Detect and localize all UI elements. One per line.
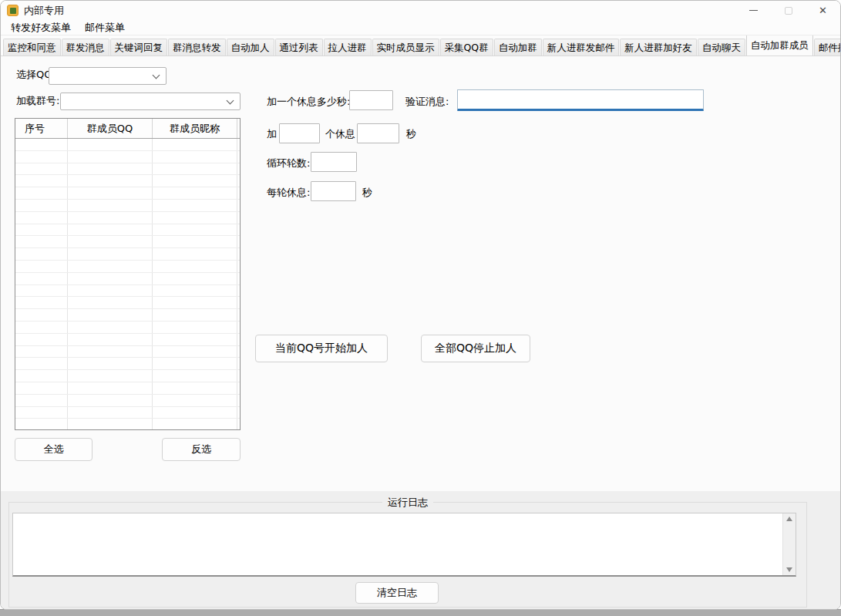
table-cell [68, 285, 153, 297]
column-header-1[interactable]: 群成员QQ [68, 119, 153, 138]
log-scrollbar[interactable] [782, 513, 796, 575]
table-cell-filler [237, 382, 240, 394]
table-row [15, 273, 240, 285]
tab-10[interactable]: 新人进群发邮件 [543, 39, 620, 56]
window-controls: ✕ [736, 1, 840, 20]
table-cell-filler [237, 297, 240, 308]
minimize-button[interactable] [736, 1, 771, 20]
table-cell [153, 273, 237, 284]
table-cell [68, 419, 153, 429]
table-cell [68, 200, 153, 211]
table-row [15, 321, 240, 334]
clear-log-button[interactable]: 清空日志 [355, 582, 439, 604]
invert-selection-button[interactable]: 反选 [162, 438, 241, 461]
table-row [15, 212, 240, 224]
round-rest-label: 每轮休息: [267, 186, 310, 200]
scroll-down-icon[interactable] [786, 567, 792, 572]
table-cell [153, 200, 237, 211]
member-table[interactable]: 序号群成员QQ群成员昵称 [15, 118, 241, 430]
tab-4[interactable]: 自动加人 [227, 39, 274, 56]
add-rest-input[interactable] [357, 123, 399, 143]
tab-7[interactable]: 实时成员显示 [372, 39, 439, 56]
tab-14[interactable]: 邮件批量发送 [814, 39, 840, 56]
table-cell [15, 334, 68, 345]
verify-message-input[interactable] [457, 89, 704, 111]
column-header-2[interactable]: 群成员昵称 [153, 119, 237, 138]
table-cell-filler [237, 419, 240, 429]
table-cell [68, 261, 153, 272]
table-cell-filler [237, 273, 240, 284]
column-header-filler [237, 119, 240, 138]
log-textarea[interactable] [12, 513, 796, 577]
tab-1[interactable]: 群发消息 [62, 39, 109, 56]
table-cell [15, 419, 68, 429]
table-cell [68, 212, 153, 224]
table-cell-filler [237, 224, 240, 236]
table-row [15, 163, 240, 176]
select-qq-combobox[interactable] [49, 67, 167, 85]
table-cell [15, 151, 68, 163]
table-cell [68, 321, 153, 333]
close-button[interactable]: ✕ [806, 1, 840, 20]
column-header-0[interactable]: 序号 [15, 119, 68, 138]
table-cell [68, 309, 153, 321]
menu-item-0[interactable]: 转发好友菜单 [4, 20, 78, 35]
table-cell-filler [237, 395, 240, 406]
table-cell [68, 382, 153, 394]
tab-5[interactable]: 通过列表 [275, 39, 323, 56]
table-cell [15, 248, 68, 260]
tab-2[interactable]: 关键词回复 [110, 39, 168, 56]
add-prefix-label: 加 [267, 127, 277, 141]
rest-per-add-input[interactable] [349, 90, 393, 110]
tab-3[interactable]: 群消息转发 [168, 39, 226, 56]
maximize-button[interactable] [771, 1, 806, 20]
table-row [15, 358, 240, 370]
tab-9[interactable]: 自动加群 [494, 39, 542, 56]
table-cell-filler [237, 309, 240, 321]
round-rest-input[interactable] [311, 181, 356, 201]
table-cell-filler [237, 370, 240, 382]
rest-per-add-label: 加一个休息多少秒: [267, 95, 350, 109]
log-title: 运行日志 [382, 496, 433, 510]
table-cell [153, 407, 237, 419]
tab-13[interactable]: 自动加群成员 [746, 35, 813, 56]
loop-rounds-label: 循环轮数: [267, 157, 310, 170]
table-cell [153, 321, 237, 333]
table-row [15, 346, 240, 358]
table-cell [15, 139, 68, 150]
tab-0[interactable]: 监控和同意 [3, 39, 61, 56]
tab-12[interactable]: 自动聊天 [698, 39, 745, 56]
table-row [15, 175, 240, 187]
tab-11[interactable]: 新人进群加好友 [620, 39, 697, 56]
table-cell [15, 309, 68, 321]
table-cell [15, 382, 68, 394]
log-groupbox: 运行日志 清空日志 [8, 502, 807, 608]
table-cell [68, 297, 153, 308]
tab-8[interactable]: 采集QQ群 [440, 39, 493, 56]
load-group-label: 加载群号: [16, 94, 59, 108]
table-cell [15, 370, 68, 382]
table-cell [15, 346, 68, 358]
table-row [15, 248, 240, 261]
table-cell-filler [237, 236, 240, 247]
table-row [15, 200, 240, 212]
table-cell [68, 187, 153, 199]
start-adding-button[interactable]: 当前QQ号开始加人 [255, 335, 388, 362]
table-cell [15, 297, 68, 308]
table-cell [68, 163, 153, 175]
table-cell [153, 382, 237, 394]
select-all-button[interactable]: 全选 [15, 438, 93, 461]
table-cell-filler [237, 261, 240, 272]
tab-6[interactable]: 拉人进群 [324, 39, 372, 56]
log-content [14, 514, 781, 574]
table-cell [153, 187, 237, 199]
menu-item-1[interactable]: 邮件菜单 [78, 20, 132, 35]
scroll-up-icon[interactable] [786, 517, 792, 521]
stop-adding-button[interactable]: 全部QQ停止加人 [421, 335, 530, 362]
add-count-input[interactable] [279, 123, 320, 143]
table-cell [68, 236, 153, 247]
load-group-combobox[interactable] [60, 93, 241, 110]
table-cell [68, 346, 153, 358]
table-cell [15, 200, 68, 211]
loop-rounds-input[interactable] [311, 152, 357, 172]
